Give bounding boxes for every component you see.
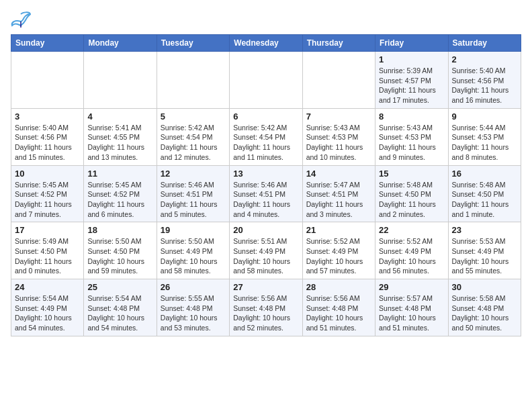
day-info: Sunrise: 5:39 AMSunset: 4:57 PMDaylight:…	[379, 66, 444, 105]
logo	[11, 11, 34, 28]
day-info: Sunrise: 5:52 AMSunset: 4:49 PMDaylight:…	[379, 236, 444, 276]
day-number: 19	[161, 225, 226, 235]
calendar-cell: 15Sunrise: 5:48 AMSunset: 4:50 PMDayligh…	[375, 165, 448, 222]
calendar-cell: 8Sunrise: 5:43 AMSunset: 4:53 PMDaylight…	[375, 108, 448, 165]
day-number: 17	[15, 225, 80, 235]
calendar-week-row: 1Sunrise: 5:39 AMSunset: 4:57 PMDaylight…	[11, 52, 521, 109]
day-info: Sunrise: 5:50 AMSunset: 4:49 PMDaylight:…	[161, 236, 226, 276]
day-info: Sunrise: 5:54 AMSunset: 4:49 PMDaylight:…	[15, 293, 80, 333]
day-number: 25	[87, 282, 152, 292]
day-info: Sunrise: 5:55 AMSunset: 4:48 PMDaylight:…	[161, 293, 226, 333]
calendar-cell: 25Sunrise: 5:54 AMSunset: 4:48 PMDayligh…	[84, 279, 157, 336]
calendar-cell: 7Sunrise: 5:43 AMSunset: 4:53 PMDaylight…	[302, 108, 375, 165]
calendar-cell: 16Sunrise: 5:48 AMSunset: 4:50 PMDayligh…	[448, 165, 521, 222]
day-info: Sunrise: 5:53 AMSunset: 4:49 PMDaylight:…	[452, 236, 517, 276]
day-info: Sunrise: 5:41 AMSunset: 4:55 PMDaylight:…	[87, 123, 152, 163]
day-number: 1	[379, 54, 444, 64]
day-number: 22	[379, 225, 444, 235]
calendar-cell: 20Sunrise: 5:51 AMSunset: 4:49 PMDayligh…	[230, 222, 302, 279]
calendar-cell: 13Sunrise: 5:46 AMSunset: 4:51 PMDayligh…	[230, 165, 302, 222]
day-info: Sunrise: 5:48 AMSunset: 4:50 PMDaylight:…	[452, 180, 517, 220]
day-info: Sunrise: 5:47 AMSunset: 4:51 PMDaylight:…	[306, 180, 371, 220]
day-info: Sunrise: 5:49 AMSunset: 4:50 PMDaylight:…	[15, 236, 80, 276]
calendar-cell: 26Sunrise: 5:55 AMSunset: 4:48 PMDayligh…	[157, 279, 229, 336]
calendar-cell: 27Sunrise: 5:56 AMSunset: 4:48 PMDayligh…	[230, 279, 302, 336]
day-number: 29	[379, 282, 444, 292]
day-number: 28	[306, 282, 371, 292]
day-number: 2	[452, 54, 517, 64]
day-number: 8	[379, 111, 444, 122]
calendar-cell: 11Sunrise: 5:45 AMSunset: 4:52 PMDayligh…	[84, 165, 157, 222]
weekday-header-saturday: Saturday	[448, 35, 521, 52]
day-info: Sunrise: 5:56 AMSunset: 4:48 PMDaylight:…	[306, 293, 371, 333]
weekday-header-monday: Monday	[84, 35, 157, 52]
calendar-cell: 18Sunrise: 5:50 AMSunset: 4:50 PMDayligh…	[84, 222, 157, 279]
day-number: 24	[15, 282, 80, 292]
day-number: 3	[15, 111, 80, 122]
day-number: 15	[379, 169, 444, 179]
calendar-cell: 9Sunrise: 5:44 AMSunset: 4:53 PMDaylight…	[448, 108, 521, 165]
day-info: Sunrise: 5:42 AMSunset: 4:54 PMDaylight:…	[233, 123, 298, 163]
calendar-cell: 6Sunrise: 5:42 AMSunset: 4:54 PMDaylight…	[230, 108, 302, 165]
calendar-week-row: 10Sunrise: 5:45 AMSunset: 4:52 PMDayligh…	[11, 165, 521, 222]
calendar-cell	[11, 52, 84, 109]
calendar-cell	[157, 52, 229, 109]
weekday-header-thursday: Thursday	[302, 35, 375, 52]
day-info: Sunrise: 5:52 AMSunset: 4:49 PMDaylight:…	[306, 236, 371, 276]
day-info: Sunrise: 5:46 AMSunset: 4:51 PMDaylight:…	[233, 180, 298, 220]
day-info: Sunrise: 5:43 AMSunset: 4:53 PMDaylight:…	[306, 123, 371, 163]
day-number: 9	[452, 111, 517, 122]
day-info: Sunrise: 5:50 AMSunset: 4:50 PMDaylight:…	[87, 236, 152, 276]
day-info: Sunrise: 5:45 AMSunset: 4:52 PMDaylight:…	[15, 180, 80, 220]
calendar-cell: 14Sunrise: 5:47 AMSunset: 4:51 PMDayligh…	[302, 165, 375, 222]
day-number: 16	[452, 169, 517, 179]
logo-bird-icon	[11, 11, 31, 28]
weekday-header-wednesday: Wednesday	[230, 35, 302, 52]
calendar-cell: 4Sunrise: 5:41 AMSunset: 4:55 PMDaylight…	[84, 108, 157, 165]
weekday-header-tuesday: Tuesday	[157, 35, 229, 52]
calendar-week-row: 17Sunrise: 5:49 AMSunset: 4:50 PMDayligh…	[11, 222, 521, 279]
day-number: 30	[452, 282, 517, 292]
calendar-cell: 19Sunrise: 5:50 AMSunset: 4:49 PMDayligh…	[157, 222, 229, 279]
page-header	[11, 11, 521, 28]
day-number: 26	[161, 282, 226, 292]
day-number: 4	[87, 111, 152, 122]
calendar-cell: 2Sunrise: 5:40 AMSunset: 4:56 PMDaylight…	[448, 52, 521, 109]
calendar-cell: 21Sunrise: 5:52 AMSunset: 4:49 PMDayligh…	[302, 222, 375, 279]
calendar-header-row: SundayMondayTuesdayWednesdayThursdayFrid…	[11, 35, 521, 52]
day-number: 23	[452, 225, 517, 235]
day-number: 14	[306, 169, 371, 179]
day-info: Sunrise: 5:45 AMSunset: 4:52 PMDaylight:…	[87, 180, 152, 220]
day-info: Sunrise: 5:54 AMSunset: 4:48 PMDaylight:…	[87, 293, 152, 333]
day-info: Sunrise: 5:43 AMSunset: 4:53 PMDaylight:…	[379, 123, 444, 163]
day-number: 18	[87, 225, 152, 235]
calendar-cell: 12Sunrise: 5:46 AMSunset: 4:51 PMDayligh…	[157, 165, 229, 222]
calendar-cell: 22Sunrise: 5:52 AMSunset: 4:49 PMDayligh…	[375, 222, 448, 279]
calendar-cell	[230, 52, 302, 109]
day-number: 11	[87, 169, 152, 179]
calendar-cell: 3Sunrise: 5:40 AMSunset: 4:56 PMDaylight…	[11, 108, 84, 165]
day-info: Sunrise: 5:57 AMSunset: 4:48 PMDaylight:…	[379, 293, 444, 333]
day-info: Sunrise: 5:40 AMSunset: 4:56 PMDaylight:…	[15, 123, 80, 163]
calendar-cell	[84, 52, 157, 109]
day-info: Sunrise: 5:51 AMSunset: 4:49 PMDaylight:…	[233, 236, 298, 276]
calendar-cell: 30Sunrise: 5:58 AMSunset: 4:48 PMDayligh…	[448, 279, 521, 336]
calendar-cell: 24Sunrise: 5:54 AMSunset: 4:49 PMDayligh…	[11, 279, 84, 336]
day-info: Sunrise: 5:46 AMSunset: 4:51 PMDaylight:…	[161, 180, 226, 220]
day-info: Sunrise: 5:44 AMSunset: 4:53 PMDaylight:…	[452, 123, 517, 163]
weekday-header-friday: Friday	[375, 35, 448, 52]
day-number: 5	[161, 111, 226, 122]
calendar-week-row: 3Sunrise: 5:40 AMSunset: 4:56 PMDaylight…	[11, 108, 521, 165]
calendar-cell: 28Sunrise: 5:56 AMSunset: 4:48 PMDayligh…	[302, 279, 375, 336]
calendar-cell: 17Sunrise: 5:49 AMSunset: 4:50 PMDayligh…	[11, 222, 84, 279]
calendar-cell: 5Sunrise: 5:42 AMSunset: 4:54 PMDaylight…	[157, 108, 229, 165]
calendar-cell: 29Sunrise: 5:57 AMSunset: 4:48 PMDayligh…	[375, 279, 448, 336]
day-info: Sunrise: 5:56 AMSunset: 4:48 PMDaylight:…	[233, 293, 298, 333]
calendar-cell: 1Sunrise: 5:39 AMSunset: 4:57 PMDaylight…	[375, 52, 448, 109]
day-number: 13	[233, 169, 298, 179]
calendar-cell	[302, 52, 375, 109]
day-number: 10	[15, 169, 80, 179]
day-info: Sunrise: 5:40 AMSunset: 4:56 PMDaylight:…	[452, 66, 517, 105]
weekday-header-sunday: Sunday	[11, 35, 84, 52]
day-number: 27	[233, 282, 298, 292]
